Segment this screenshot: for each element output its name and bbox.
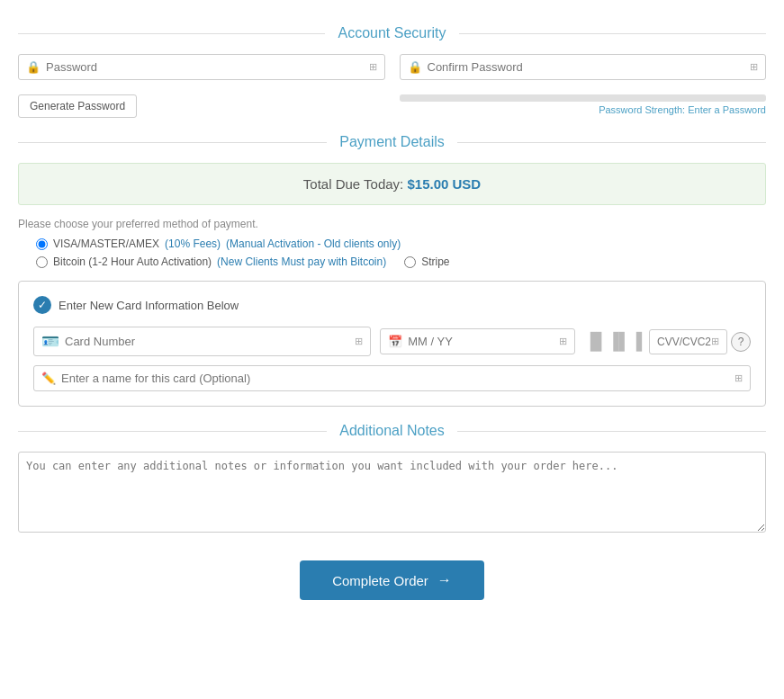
payment-details-title: Payment Details (327, 134, 457, 150)
bitcoin-note: (New Clients Must pay with Bitcoin) (217, 255, 386, 268)
cvv-input[interactable] (657, 336, 711, 348)
card-name-input[interactable] (61, 372, 734, 385)
calendar-icon: 📅 (388, 335, 402, 348)
password-row: 🔒 ⊞ 🔒 ⊞ (18, 54, 766, 80)
account-security-title: Account Security (325, 25, 458, 41)
complete-order-arrow-icon: → (437, 572, 452, 588)
visa-label: VISA/MASTER/AMEX (53, 237, 159, 250)
complete-order-button[interactable]: Complete Order → (300, 560, 484, 600)
payment-line-right (457, 142, 766, 143)
stripe-radio[interactable] (404, 256, 416, 268)
card-name-expand-icon[interactable]: ⊞ (734, 372, 743, 384)
password-actions-row: Generate Password Password Strength: Ent… (18, 89, 766, 118)
card-cvv-col: ▐▌▐▌▐ ⊞ ? (584, 329, 751, 354)
card-check-icon: ✓ (33, 296, 51, 314)
total-label: Total Due Today: (303, 176, 403, 192)
strength-bar (400, 94, 767, 102)
payment-options-container: VISA/MASTER/AMEX (10% Fees) (Manual Acti… (18, 237, 766, 268)
notes-line-right (457, 431, 766, 432)
pencil-icon: ✏️ (41, 372, 56, 385)
bitcoin-stripe-row: Bitcoin (1-2 Hour Auto Activation) (New … (36, 255, 450, 268)
visa-radio[interactable] (36, 238, 48, 250)
complete-order-wrap: Complete Order → (18, 560, 766, 600)
visa-note: (Manual Activation - Old clients only) (226, 237, 401, 250)
cvv-wrap[interactable]: ⊞ (649, 329, 727, 354)
confirm-password-input[interactable] (428, 60, 751, 74)
barcode-icon: ▐▌▐▌▐ (584, 332, 642, 351)
card-info-box: ✓ Enter New Card Information Below 🪪 ⊞ 📅… (18, 281, 766, 407)
payment-details-section: Payment Details Total Due Today: $15.00 … (18, 134, 766, 407)
password-lock-icon: 🔒 (26, 60, 41, 74)
payment-option-stripe[interactable]: Stripe (404, 255, 449, 268)
payment-choose-text: Please choose your preferred method of p… (18, 218, 766, 230)
payment-option-bitcoin[interactable]: Bitcoin (1-2 Hour Auto Activation) (New … (36, 255, 386, 268)
additional-notes-title: Additional Notes (327, 423, 457, 439)
card-expiry-col: 📅 ⊞ (380, 328, 575, 354)
visa-fees: (10% Fees) (165, 237, 221, 250)
confirm-password-input-wrap[interactable]: 🔒 ⊞ (400, 54, 767, 80)
generate-col: Generate Password (18, 89, 385, 118)
additional-notes-section: Additional Notes (18, 423, 766, 535)
bitcoin-label: Bitcoin (1-2 Hour Auto Activation) (53, 255, 212, 268)
password-expand-icon[interactable]: ⊞ (369, 61, 377, 73)
total-due-box: Total Due Today: $15.00 USD (18, 163, 766, 205)
additional-notes-header: Additional Notes (18, 423, 766, 439)
expiry-expand-icon[interactable]: ⊞ (559, 336, 567, 347)
card-name-row: ✏️ ⊞ (33, 365, 751, 391)
notes-line-left (18, 431, 327, 432)
header-line-right (459, 33, 766, 34)
account-security-section: Account Security 🔒 ⊞ 🔒 ⊞ Generate Passwo… (18, 25, 766, 118)
card-icon: 🪪 (41, 333, 59, 350)
password-col: 🔒 ⊞ (18, 54, 385, 80)
total-amount: $15.00 USD (407, 176, 481, 192)
confirm-lock-icon: 🔒 (408, 60, 422, 74)
password-input[interactable] (46, 60, 369, 74)
card-num-expand-icon[interactable]: ⊞ (355, 336, 363, 347)
strength-col: Password Strength: Enter a Password (400, 89, 767, 118)
card-number-wrap[interactable]: 🪪 ⊞ (33, 327, 371, 356)
card-info-label: Enter New Card Information Below (59, 299, 239, 312)
strength-text: Password Strength: Enter a Password (400, 104, 767, 115)
complete-order-label: Complete Order (332, 573, 428, 588)
cvv-help-button[interactable]: ? (731, 332, 751, 352)
account-security-header: Account Security (18, 25, 766, 41)
bitcoin-radio[interactable] (36, 256, 48, 268)
password-input-wrap[interactable]: 🔒 ⊞ (18, 54, 385, 80)
card-info-header: ✓ Enter New Card Information Below (33, 296, 751, 314)
header-line-left (18, 33, 325, 34)
card-name-wrap[interactable]: ✏️ ⊞ (33, 365, 751, 391)
card-expiry-input[interactable] (408, 335, 559, 348)
card-expiry-wrap[interactable]: 📅 ⊞ (380, 328, 575, 354)
card-fields-row: 🪪 ⊞ 📅 ⊞ ▐▌▐▌▐ ⊞ ? (33, 327, 751, 356)
card-number-col: 🪪 ⊞ (33, 327, 371, 356)
payment-option-visa[interactable]: VISA/MASTER/AMEX (10% Fees) (Manual Acti… (36, 237, 401, 250)
additional-notes-textarea[interactable] (18, 452, 766, 533)
cvv-expand-icon[interactable]: ⊞ (711, 336, 719, 347)
card-number-input[interactable] (65, 335, 355, 348)
confirm-password-col: 🔒 ⊞ (400, 54, 767, 80)
payment-line-left (18, 142, 327, 143)
confirm-expand-icon[interactable]: ⊞ (750, 61, 758, 73)
generate-password-button[interactable]: Generate Password (18, 94, 137, 118)
payment-details-header: Payment Details (18, 134, 766, 150)
stripe-label: Stripe (421, 255, 449, 268)
